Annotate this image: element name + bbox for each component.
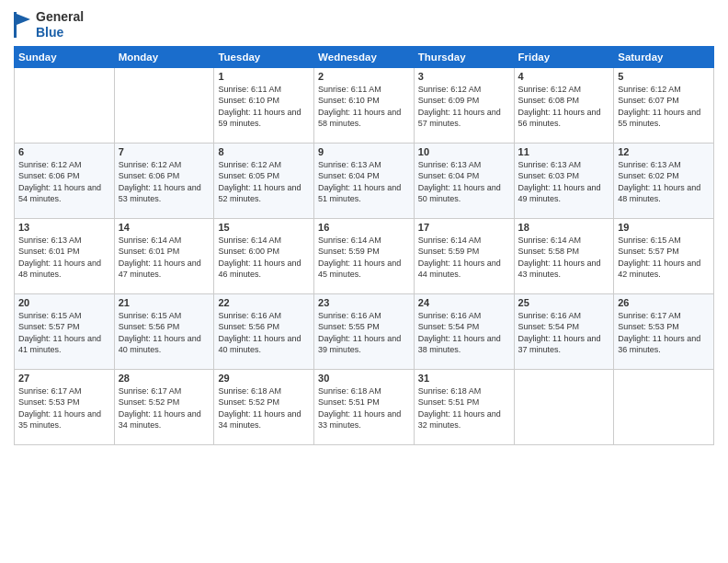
day-info: Sunrise: 6:16 AM Sunset: 5:54 PM Dayligh… [418,310,510,356]
calendar-cell: 27Sunrise: 6:17 AM Sunset: 5:53 PM Dayli… [15,369,115,444]
day-number: 31 [418,373,510,384]
day-info: Sunrise: 6:16 AM Sunset: 5:54 PM Dayligh… [518,310,610,356]
day-number: 17 [418,222,510,233]
day-info: Sunrise: 6:17 AM Sunset: 5:53 PM Dayligh… [618,310,710,356]
day-number: 22 [218,297,310,308]
day-info: Sunrise: 6:12 AM Sunset: 6:05 PM Dayligh… [218,159,310,205]
calendar-cell: 6Sunrise: 6:12 AM Sunset: 6:06 PM Daylig… [15,143,115,218]
day-info: Sunrise: 6:14 AM Sunset: 5:59 PM Dayligh… [318,235,410,281]
day-info: Sunrise: 6:13 AM Sunset: 6:01 PM Dayligh… [18,235,110,281]
calendar-body: 1Sunrise: 6:11 AM Sunset: 6:10 PM Daylig… [15,67,714,444]
logo-blue: Blue [36,25,84,40]
day-number: 30 [318,373,410,384]
day-number: 27 [18,373,110,384]
weekday-header-monday: Monday [114,46,214,67]
day-info: Sunrise: 6:18 AM Sunset: 5:51 PM Dayligh… [318,385,410,431]
calendar-table: SundayMondayTuesdayWednesdayThursdayFrid… [14,46,714,445]
day-info: Sunrise: 6:16 AM Sunset: 5:56 PM Dayligh… [218,310,310,356]
day-info: Sunrise: 6:15 AM Sunset: 5:56 PM Dayligh… [119,310,210,356]
weekday-header-friday: Friday [514,46,614,67]
calendar-cell: 25Sunrise: 6:16 AM Sunset: 5:54 PM Dayli… [514,293,614,369]
calendar-cell [614,369,714,444]
calendar-week-row: 6Sunrise: 6:12 AM Sunset: 6:06 PM Daylig… [15,143,714,218]
day-number: 10 [418,146,510,157]
day-info: Sunrise: 6:12 AM Sunset: 6:08 PM Dayligh… [518,84,610,130]
day-number: 1 [218,71,310,82]
calendar-cell: 12Sunrise: 6:13 AM Sunset: 6:02 PM Dayli… [614,143,714,218]
day-number: 9 [318,146,410,157]
day-number: 8 [218,146,310,157]
day-info: Sunrise: 6:14 AM Sunset: 6:00 PM Dayligh… [218,235,310,281]
weekday-header-thursday: Thursday [414,46,514,67]
day-number: 12 [618,146,710,157]
logo-general: General [36,9,84,25]
svg-marker-1 [17,14,30,25]
calendar-cell: 13Sunrise: 6:13 AM Sunset: 6:01 PM Dayli… [15,218,115,293]
day-number: 19 [618,222,710,233]
day-number: 21 [119,297,210,308]
calendar-cell: 16Sunrise: 6:14 AM Sunset: 5:59 PM Dayli… [314,218,415,293]
calendar-cell: 8Sunrise: 6:12 AM Sunset: 6:05 PM Daylig… [214,143,314,218]
calendar-week-row: 1Sunrise: 6:11 AM Sunset: 6:10 PM Daylig… [15,67,714,143]
page-header: General Blue [14,9,714,40]
day-info: Sunrise: 6:12 AM Sunset: 6:07 PM Dayligh… [618,84,710,130]
day-info: Sunrise: 6:15 AM Sunset: 5:57 PM Dayligh… [18,310,110,356]
day-number: 14 [119,222,210,233]
calendar-cell: 24Sunrise: 6:16 AM Sunset: 5:54 PM Dayli… [414,293,514,369]
day-info: Sunrise: 6:12 AM Sunset: 6:09 PM Dayligh… [418,84,510,130]
day-number: 13 [18,222,110,233]
day-number: 15 [218,222,310,233]
day-info: Sunrise: 6:14 AM Sunset: 5:58 PM Dayligh… [518,235,610,281]
calendar-cell: 9Sunrise: 6:13 AM Sunset: 6:04 PM Daylig… [314,143,415,218]
day-info: Sunrise: 6:17 AM Sunset: 5:52 PM Dayligh… [119,385,210,431]
calendar-cell: 20Sunrise: 6:15 AM Sunset: 5:57 PM Dayli… [15,293,115,369]
day-info: Sunrise: 6:16 AM Sunset: 5:55 PM Dayligh… [318,310,410,356]
calendar-week-row: 20Sunrise: 6:15 AM Sunset: 5:57 PM Dayli… [15,293,714,369]
calendar-cell: 19Sunrise: 6:15 AM Sunset: 5:57 PM Dayli… [614,218,714,293]
day-info: Sunrise: 6:18 AM Sunset: 5:52 PM Dayligh… [218,385,310,431]
day-number: 25 [518,297,610,308]
calendar-cell: 29Sunrise: 6:18 AM Sunset: 5:52 PM Dayli… [214,369,314,444]
day-info: Sunrise: 6:17 AM Sunset: 5:53 PM Dayligh… [18,385,110,431]
day-info: Sunrise: 6:13 AM Sunset: 6:03 PM Dayligh… [518,159,610,205]
day-info: Sunrise: 6:15 AM Sunset: 5:57 PM Dayligh… [618,235,710,281]
day-number: 18 [518,222,610,233]
calendar-cell: 17Sunrise: 6:14 AM Sunset: 5:59 PM Dayli… [414,218,514,293]
calendar-cell: 28Sunrise: 6:17 AM Sunset: 5:52 PM Dayli… [114,369,214,444]
day-info: Sunrise: 6:13 AM Sunset: 6:02 PM Dayligh… [618,159,710,205]
day-info: Sunrise: 6:14 AM Sunset: 6:01 PM Dayligh… [119,235,210,281]
calendar-cell: 11Sunrise: 6:13 AM Sunset: 6:03 PM Dayli… [514,143,614,218]
calendar-cell: 1Sunrise: 6:11 AM Sunset: 6:10 PM Daylig… [214,67,314,143]
day-number: 11 [518,146,610,157]
day-info: Sunrise: 6:13 AM Sunset: 6:04 PM Dayligh… [418,159,510,205]
calendar-cell: 7Sunrise: 6:12 AM Sunset: 6:06 PM Daylig… [114,143,214,218]
svg-rect-0 [14,12,17,38]
day-number: 2 [318,71,410,82]
day-number: 26 [618,297,710,308]
calendar-cell: 26Sunrise: 6:17 AM Sunset: 5:53 PM Dayli… [614,293,714,369]
calendar-cell: 2Sunrise: 6:11 AM Sunset: 6:10 PM Daylig… [314,67,415,143]
weekday-header-sunday: Sunday [15,46,115,67]
calendar-cell [514,369,614,444]
calendar-cell: 10Sunrise: 6:13 AM Sunset: 6:04 PM Dayli… [414,143,514,218]
day-number: 20 [18,297,110,308]
day-info: Sunrise: 6:14 AM Sunset: 5:59 PM Dayligh… [418,235,510,281]
day-number: 29 [218,373,310,384]
weekday-header-saturday: Saturday [614,46,714,67]
day-number: 6 [18,146,110,157]
day-info: Sunrise: 6:12 AM Sunset: 6:06 PM Dayligh… [119,159,210,205]
day-number: 16 [318,222,410,233]
calendar-cell: 18Sunrise: 6:14 AM Sunset: 5:58 PM Dayli… [514,218,614,293]
calendar-cell: 3Sunrise: 6:12 AM Sunset: 6:09 PM Daylig… [414,67,514,143]
day-info: Sunrise: 6:13 AM Sunset: 6:04 PM Dayligh… [318,159,410,205]
calendar-cell: 15Sunrise: 6:14 AM Sunset: 6:00 PM Dayli… [214,218,314,293]
day-number: 24 [418,297,510,308]
calendar-header-row: SundayMondayTuesdayWednesdayThursdayFrid… [15,46,714,67]
calendar-cell: 31Sunrise: 6:18 AM Sunset: 5:51 PM Dayli… [414,369,514,444]
calendar-cell: 21Sunrise: 6:15 AM Sunset: 5:56 PM Dayli… [114,293,214,369]
calendar-cell: 23Sunrise: 6:16 AM Sunset: 5:55 PM Dayli… [314,293,415,369]
logo-flag-icon [14,12,32,38]
calendar-cell: 30Sunrise: 6:18 AM Sunset: 5:51 PM Dayli… [314,369,415,444]
day-info: Sunrise: 6:11 AM Sunset: 6:10 PM Dayligh… [218,84,310,130]
day-number: 28 [119,373,210,384]
